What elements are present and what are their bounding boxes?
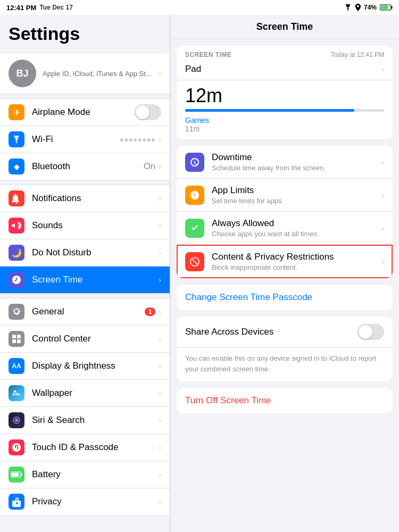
- option-applimits[interactable]: App Limits Set time limits for apps. ›: [177, 179, 393, 212]
- applimits-chevron: ›: [381, 191, 384, 200]
- sidebar-item-screentime[interactable]: Screen Time ›: [0, 267, 170, 293]
- share-toggle[interactable]: [358, 324, 384, 340]
- turnoff-card: Turn Off Screen Time: [177, 388, 393, 413]
- share-row: Share Across Devices: [177, 317, 393, 348]
- sidebar-item-donotdisturb[interactable]: 🌙 Do Not Disturb ›: [0, 239, 170, 267]
- downtime-text: Downtime Schedule time away from the scr…: [212, 152, 381, 172]
- donotdisturb-icon: 🌙: [9, 245, 24, 261]
- wallpaper-chevron: ›: [159, 389, 161, 397]
- privacy-chevron: ›: [159, 497, 161, 506]
- controlcenter-icon: [9, 331, 24, 347]
- svg-point-11: [15, 419, 18, 422]
- airplane-label: Airplane Mode: [32, 107, 135, 118]
- option-alwaysallowed[interactable]: Always Allowed Choose apps you want at a…: [177, 212, 393, 245]
- usage-card: SCREEN TIME Today at 12:41 PM Pad › 12m …: [177, 46, 393, 139]
- profile-section[interactable]: BJ Apple ID, iCloud, iTunes & App St... …: [0, 53, 170, 94]
- privacy-icon: [9, 494, 24, 510]
- battery-percent: 74%: [364, 4, 377, 11]
- st-section-time: Today at 12:41 PM: [331, 51, 384, 59]
- alwaysallowed-icon: [185, 219, 204, 238]
- controlcenter-chevron: ›: [159, 335, 161, 343]
- svg-rect-14: [12, 473, 19, 477]
- wifi-chevron: ›: [159, 135, 161, 144]
- sidebar-item-display[interactable]: AA Display & Brightness ›: [0, 353, 170, 380]
- airplane-icon: ✈: [9, 104, 24, 120]
- sidebar-item-battery[interactable]: Battery ›: [0, 461, 170, 488]
- screentime-chevron: ›: [159, 276, 161, 284]
- st-device-name: Pad: [185, 64, 201, 74]
- display-icon: AA: [9, 358, 24, 374]
- svg-rect-7: [12, 339, 16, 343]
- alwaysallowed-chevron: ›: [381, 224, 384, 232]
- privacy-label: Privacy: [32, 496, 159, 507]
- sidebar-item-controlcenter[interactable]: Control Center ›: [0, 326, 170, 353]
- sidebar-item-privacy[interactable]: Privacy ›: [0, 488, 170, 515]
- wifi-value: ●●●●●●●●: [120, 135, 156, 144]
- notifications-icon: [9, 190, 24, 206]
- svg-rect-13: [21, 473, 22, 476]
- sidebar-item-wifi[interactable]: Wi-Fi ●●●●●●●● ›: [0, 126, 170, 153]
- contentprivacy-text: Content & Privacy Restrictions Block ina…: [212, 252, 381, 271]
- settings-title: Settings: [9, 23, 161, 44]
- share-card: Share Across Devices You can enable this…: [177, 317, 393, 381]
- sidebar-item-notifications[interactable]: Notifications ›: [0, 185, 170, 212]
- sounds-label: Sounds: [32, 220, 159, 231]
- option-contentprivacy[interactable]: Content & Privacy Restrictions Block ina…: [177, 245, 393, 278]
- general-group: General 1 › Control Center › AA Display …: [0, 298, 170, 516]
- sidebar-item-touchid[interactable]: Touch ID & Passcode ›: [0, 434, 170, 461]
- option-downtime[interactable]: Downtime Schedule time away from the scr…: [177, 146, 393, 179]
- options-card: Downtime Schedule time away from the scr…: [177, 146, 393, 278]
- controlcenter-label: Control Center: [32, 334, 159, 344]
- bluetooth-label: Bluetooth: [32, 161, 144, 172]
- sidebar-item-bluetooth[interactable]: ◆ Bluetooth On ›: [0, 153, 170, 180]
- alwaysallowed-text: Always Allowed Choose apps you want at a…: [212, 218, 381, 238]
- st-card-header: SCREEN TIME Today at 12:41 PM: [177, 46, 393, 61]
- sidebar-item-wallpaper[interactable]: Wallpaper ›: [0, 380, 170, 407]
- applimits-icon: [185, 186, 204, 205]
- sidebar-item-sounds[interactable]: Sounds ›: [0, 212, 170, 239]
- touchid-chevron: ›: [159, 443, 161, 452]
- wifi-label: Wi-Fi: [32, 134, 120, 145]
- sidebar-item-general[interactable]: General 1 ›: [0, 298, 170, 326]
- passcode-button[interactable]: Change Screen Time Passcode: [177, 285, 393, 310]
- wallpaper-label: Wallpaper: [32, 388, 159, 398]
- st-device-row[interactable]: Pad ›: [177, 61, 393, 80]
- st-usage: 12m: [177, 80, 393, 109]
- status-bar: 12:41 PM Tue Dec 17 74%: [0, 0, 399, 15]
- svg-rect-3: [381, 6, 388, 10]
- bluetooth-value: On: [144, 161, 156, 172]
- status-left: 12:41 PM Tue Dec 17: [6, 4, 73, 12]
- svg-point-0: [347, 10, 348, 11]
- display-chevron: ›: [159, 362, 161, 370]
- svg-rect-8: [17, 339, 21, 343]
- turnoff-button[interactable]: Turn Off Screen Time: [177, 388, 393, 413]
- svg-rect-2: [392, 6, 393, 9]
- siri-chevron: ›: [159, 416, 161, 425]
- notifications-label: Notifications: [32, 193, 159, 204]
- passcode-btn-text: Change Screen Time Passcode: [185, 292, 312, 302]
- general-icon: [9, 304, 24, 320]
- battery-icon: [380, 4, 393, 11]
- applimits-text: App Limits Set time limits for apps.: [212, 185, 381, 205]
- st-section-label: SCREEN TIME: [185, 51, 232, 59]
- sidebar-item-airplane[interactable]: ✈ Airplane Mode: [0, 99, 170, 126]
- sidebar-item-siri[interactable]: Siri & Search ›: [0, 407, 170, 434]
- bluetooth-icon: ◆: [9, 159, 24, 174]
- svg-line-16: [192, 259, 198, 265]
- screentime-label: Screen Time: [32, 275, 159, 285]
- passcode-card: Change Screen Time Passcode: [177, 285, 393, 310]
- donotdisturb-label: Do Not Disturb: [32, 247, 159, 258]
- battery-label: Battery: [32, 469, 159, 480]
- share-title: Share Across Devices: [185, 327, 273, 337]
- downtime-icon: [185, 153, 204, 172]
- donotdisturb-chevron: ›: [159, 248, 161, 257]
- settings-header: Settings: [0, 15, 170, 48]
- touchid-label: Touch ID & Passcode: [32, 442, 159, 453]
- wifi-icon: [344, 4, 352, 11]
- sounds-icon: [9, 218, 24, 234]
- bluetooth-chevron: ›: [159, 162, 161, 171]
- profile-chevron: ›: [159, 69, 161, 78]
- applimits-title: App Limits: [212, 185, 381, 196]
- airplane-toggle[interactable]: [135, 104, 161, 120]
- st-bar-container: [177, 109, 393, 114]
